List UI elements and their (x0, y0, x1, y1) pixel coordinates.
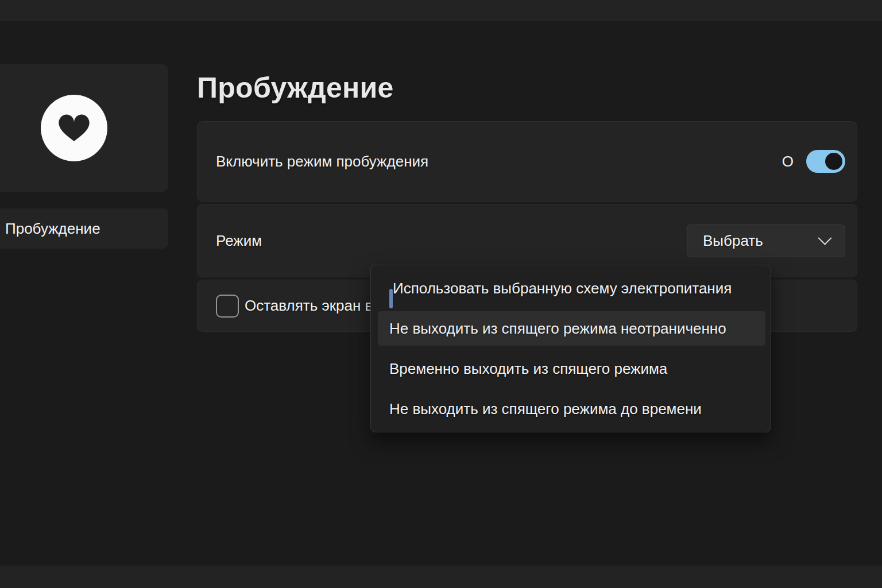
chevron-down-icon (818, 231, 831, 245)
sidebar-item-awake[interactable]: Пробуждение (0, 208, 168, 249)
window-bottom-strip (0, 566, 882, 588)
mode-select-button-label: Выбрать (703, 232, 763, 250)
menu-item-keep-awake-until-time[interactable]: Не выходить из спящего режима до времени (378, 389, 765, 429)
menu-item-label: Не выходить из спящего режима до времени (389, 400, 702, 418)
menu-item-keep-awake-indefinitely[interactable]: Не выходить из спящего режима неотраниче… (378, 308, 765, 349)
heart-shape (55, 110, 93, 146)
mode-select-button[interactable]: Выбрать (687, 225, 845, 257)
window-top-strip (0, 0, 882, 21)
page-title: Пробуждение (197, 71, 394, 105)
menu-item-power-scheme[interactable]: Использовать выбранную схему электропита… (378, 268, 765, 308)
enable-awake-card: Включить режим пробуждения О (197, 121, 857, 202)
module-icon-card (0, 64, 168, 192)
menu-item-label: Временно выходить из спящего режима (389, 360, 667, 378)
mode-label: Режим (216, 232, 262, 250)
enable-awake-label: Включить режим пробуждения (216, 153, 428, 171)
enable-awake-controls: О (782, 150, 845, 173)
keep-screen-label: Оставлять экран в (245, 297, 373, 315)
keep-screen-checkbox[interactable] (216, 295, 239, 318)
menu-item-label: Использовать выбранную схему электропита… (393, 280, 732, 297)
sidebar-item-label: Пробуждение (5, 220, 100, 238)
heart-icon (41, 95, 107, 161)
toggle-knob-icon (825, 153, 842, 170)
enable-awake-toggle[interactable] (806, 150, 845, 173)
awake-settings-screen: Пробуждение Пробуждение Включить режим п… (0, 0, 882, 588)
menu-item-keep-awake-temporarily[interactable]: Временно выходить из спящего режима (378, 349, 765, 389)
toggle-state-label: О (782, 153, 794, 171)
menu-item-label: Не выходить из спящего режима неотраниче… (389, 320, 726, 338)
mode-dropdown-menu: Использовать выбранную схему электропита… (370, 265, 771, 432)
